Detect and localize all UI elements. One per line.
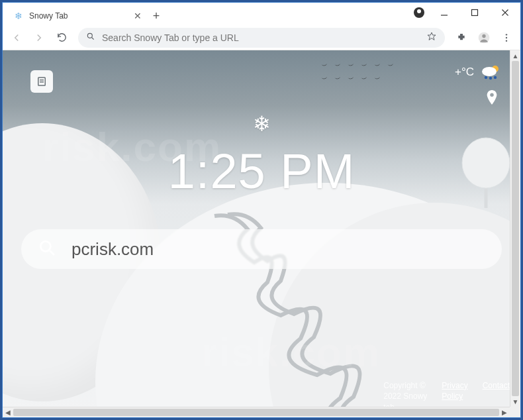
svg-point-8 — [506, 34, 507, 35]
profile-indicator-icon[interactable] — [409, 3, 429, 23]
weather-icon — [481, 64, 502, 81]
vertical-scrollbar[interactable]: ▲ ▼ — [510, 50, 520, 407]
svg-point-10 — [506, 40, 507, 41]
scroll-right-arrow[interactable]: ▶ — [499, 407, 510, 418]
page-content: ︶︶︶︶ ︶︶︶︶ ︶︶︶ risk.com risk.com +°C — [3, 50, 520, 417]
temperature-label: +°C — [455, 66, 474, 79]
svg-point-20 — [489, 77, 492, 79]
scroll-track[interactable] — [510, 61, 520, 396]
clock-display: 1:25 PM — [168, 143, 356, 199]
weather-widget[interactable]: +°C — [455, 64, 502, 81]
scroll-corner — [510, 407, 520, 417]
notes-button[interactable] — [30, 70, 53, 93]
birds-decor: ︶︶︶︶ ︶︶︶︶ ︶︶︶ — [322, 61, 401, 83]
titlebar: ❄ Snowy Tab ✕ + — [3, 3, 520, 25]
scroll-up-arrow[interactable]: ▲ — [510, 50, 521, 61]
privacy-link[interactable]: Privacy — [442, 380, 467, 392]
close-window-button[interactable] — [490, 3, 520, 23]
forward-button[interactable] — [29, 28, 49, 48]
snowflake-icon: ❄ — [253, 111, 271, 136]
search-input[interactable] — [71, 239, 485, 260]
svg-point-23 — [40, 241, 50, 251]
scroll-down-arrow[interactable]: ▼ — [510, 396, 521, 407]
svg-point-9 — [506, 36, 507, 38]
profile-avatar-icon[interactable] — [474, 28, 494, 48]
center-block: ❄ 1:25 PM — [3, 111, 520, 199]
svg-rect-1 — [472, 10, 478, 16]
svg-point-19 — [485, 76, 487, 79]
minimize-button[interactable] — [429, 3, 459, 23]
search-container — [21, 229, 502, 269]
svg-point-18 — [482, 67, 497, 76]
reload-button[interactable] — [52, 28, 71, 48]
policy-link[interactable]: Policy — [442, 391, 467, 402]
scroll-left-arrow[interactable]: ◀ — [3, 407, 13, 418]
browser-toolbar: Search Snowy Tab or type a URL — [3, 25, 520, 50]
bookmark-star-icon[interactable] — [426, 31, 437, 44]
tab-close-icon[interactable]: ✕ — [134, 11, 142, 21]
snowflake-favicon: ❄ — [13, 11, 24, 21]
svg-point-4 — [87, 33, 92, 38]
tab-title: Snowy Tab — [29, 11, 134, 21]
svg-point-22 — [490, 93, 494, 97]
maximize-button[interactable] — [459, 3, 490, 23]
svg-point-7 — [482, 34, 485, 37]
new-tab-button[interactable]: + — [147, 7, 166, 25]
search-bar[interactable] — [21, 229, 502, 269]
address-bar[interactable]: Search Snowy Tab or type a URL — [78, 28, 445, 48]
browser-window: ❄ Snowy Tab ✕ + Search Snowy Tab or type… — [2, 2, 521, 418]
search-icon — [86, 32, 95, 43]
scroll-track[interactable] — [13, 407, 499, 417]
horizontal-scrollbar[interactable]: ◀ ▶ — [3, 407, 510, 417]
omnibox-placeholder: Search Snowy Tab or type a URL — [102, 32, 239, 43]
svg-point-21 — [494, 76, 497, 79]
scroll-thumb[interactable] — [13, 409, 499, 416]
browser-tab[interactable]: ❄ Snowy Tab ✕ — [8, 7, 147, 25]
contact-link[interactable]: Contact — [483, 380, 510, 392]
svg-line-5 — [92, 38, 94, 40]
back-button[interactable] — [7, 28, 26, 48]
svg-line-24 — [50, 250, 54, 255]
extensions-icon[interactable] — [452, 28, 471, 48]
location-pin-icon[interactable] — [485, 89, 499, 109]
menu-button[interactable] — [497, 28, 516, 48]
scroll-thumb[interactable] — [512, 61, 519, 396]
search-icon — [38, 239, 56, 259]
